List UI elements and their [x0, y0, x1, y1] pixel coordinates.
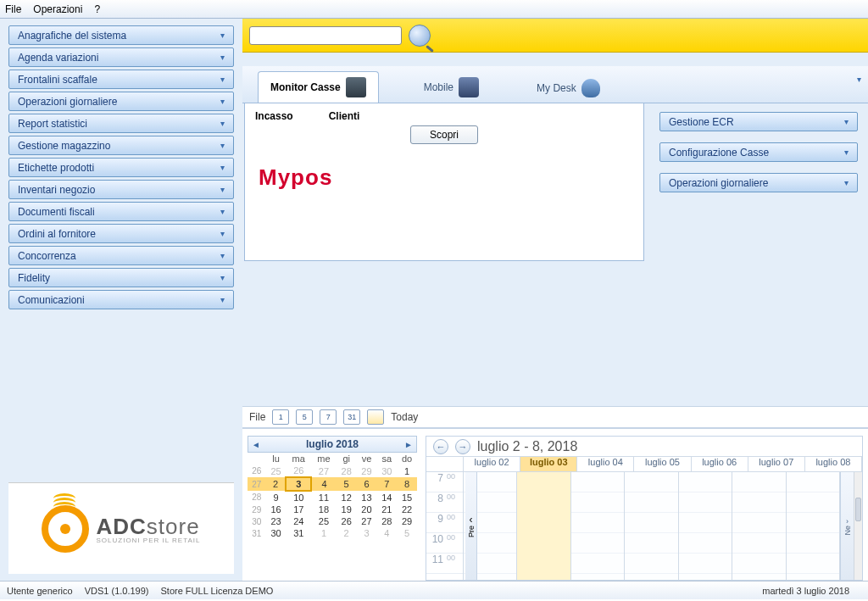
calendar-day[interactable]: 13	[357, 491, 377, 504]
week-day-column[interactable]	[732, 472, 786, 580]
calendar-day[interactable]: 10	[286, 491, 311, 504]
tab-monitor-casse[interactable]: Monitor Casse	[258, 71, 379, 103]
cal-prev-month-icon[interactable]: ◄	[252, 440, 260, 449]
calendar-day[interactable]: 29	[397, 515, 417, 527]
calendar-day[interactable]: 6	[357, 477, 377, 491]
scopri-button[interactable]: Scopri	[410, 125, 478, 144]
calendar-day[interactable]: 31	[286, 527, 311, 539]
calendar-day[interactable]: 15	[397, 491, 417, 504]
week-day-column[interactable]	[517, 472, 570, 580]
cal-next-month-icon[interactable]: ►	[404, 440, 413, 449]
calendar-day[interactable]: 1	[311, 527, 337, 539]
calendar-day[interactable]: 16	[266, 504, 287, 515]
sidebar-item-inventari[interactable]: Inventari negozio▾	[8, 180, 234, 199]
sidebar-item-ordini[interactable]: Ordini al fornitore▾	[8, 224, 234, 243]
today-label[interactable]: Today	[391, 411, 418, 423]
tab-mobile[interactable]: Mobile	[411, 71, 492, 103]
view-workweek-icon[interactable]: 5	[296, 409, 313, 425]
sidebar-item-label: Gestione magazzino	[18, 140, 110, 152]
tab-mydesk[interactable]: My Desk	[524, 73, 613, 103]
calendar-day[interactable]: 1	[397, 465, 417, 477]
sidebar-item-etichette[interactable]: Etichette prodotti▾	[8, 158, 234, 177]
calendar-day[interactable]: 2	[337, 527, 357, 539]
calendar-day[interactable]: 28	[376, 515, 397, 527]
week-prev-icon[interactable]: ←	[433, 439, 448, 454]
week-view[interactable]: ← → luglio 2 - 8, 2018 luglio 02luglio 0…	[426, 436, 863, 581]
week-day-header[interactable]: luglio 07	[748, 457, 805, 471]
week-next-icon[interactable]: →	[455, 439, 470, 454]
calendar-day[interactable]: 11	[311, 491, 337, 504]
calendar-day[interactable]: 19	[337, 504, 357, 515]
sidebar-item-concorrenza[interactable]: Concorrenza▾	[8, 246, 234, 265]
calendar-day[interactable]: 4	[376, 527, 397, 539]
week-day-column[interactable]	[625, 472, 678, 580]
menu-help[interactable]: ?	[94, 3, 100, 15]
calendar-day[interactable]: 26	[286, 465, 311, 477]
calendar-day[interactable]: 30	[266, 527, 287, 539]
calendar-day[interactable]: 3	[357, 527, 377, 539]
week-day-header[interactable]: luglio 06	[692, 457, 748, 471]
calendar-day[interactable]: 5	[397, 527, 417, 539]
view-day-icon[interactable]: 1	[272, 409, 289, 425]
calendar-day[interactable]: 27	[357, 515, 377, 527]
calendar-day[interactable]: 18	[311, 504, 337, 515]
tab-overflow-chevron-icon[interactable]: ▾	[857, 75, 861, 84]
sidebar-item-agenda[interactable]: Agenda variazioni▾	[8, 47, 234, 67]
calendar-day[interactable]: 27	[311, 465, 337, 477]
sidebar-item-magazzino[interactable]: Gestione magazzino▾	[8, 136, 234, 155]
menu-operazioni[interactable]: Operazioni	[33, 3, 82, 15]
week-day-header[interactable]: luglio 03	[520, 457, 577, 471]
panel-config-casse[interactable]: Configurazione Casse▾	[659, 142, 858, 162]
calendar-day[interactable]: 3	[286, 477, 311, 491]
search-input[interactable]	[249, 26, 402, 45]
calendar-day[interactable]: 7	[376, 477, 397, 491]
calendar-day[interactable]: 28	[337, 465, 357, 477]
view-week-icon[interactable]: 7	[320, 409, 337, 425]
week-next-tab[interactable]: › Ne	[840, 472, 854, 580]
week-day-column[interactable]	[787, 472, 840, 580]
week-day-column[interactable]	[571, 472, 625, 580]
menu-bar: File Operazioni ?	[0, 0, 868, 19]
calendar-day[interactable]: 24	[286, 515, 311, 527]
calendar-day[interactable]: 25	[311, 515, 337, 527]
week-day-header[interactable]: luglio 05	[634, 457, 691, 471]
sidebar-item-frontalini[interactable]: Frontalini scaffale▾	[8, 70, 234, 89]
week-day-header[interactable]: luglio 02	[464, 457, 520, 471]
calendar-day[interactable]: 22	[397, 504, 417, 515]
sidebar-item-fiscali[interactable]: Documenti fiscali▾	[8, 202, 234, 221]
sidebar-item-report[interactable]: Report statistici▾	[8, 114, 234, 133]
calendar-day[interactable]: 21	[376, 504, 397, 515]
calendar-day[interactable]: 23	[266, 515, 287, 527]
week-day-column[interactable]	[679, 472, 732, 580]
mini-calendar[interactable]: ◄ luglio 2018 ► lumamegivesado2625262728…	[248, 436, 417, 581]
week-day-header[interactable]: luglio 08	[805, 457, 862, 471]
calendar-day[interactable]: 30	[376, 465, 397, 477]
calendar-day[interactable]: 4	[311, 477, 337, 491]
calendar-day[interactable]: 12	[337, 491, 357, 504]
sidebar-item-anagrafiche[interactable]: Anagrafiche del sistema▾	[8, 25, 234, 45]
scrollbar[interactable]	[854, 472, 862, 580]
calendar-day[interactable]: 25	[266, 465, 287, 477]
menu-file[interactable]: File	[5, 3, 21, 15]
sidebar-item-fidelity[interactable]: Fidelity▾	[8, 268, 234, 287]
calendar-day[interactable]: 26	[337, 515, 357, 527]
sidebar-item-comunicazioni[interactable]: Comunicazioni▾	[8, 290, 234, 309]
week-prev-tab[interactable]: ‹ Pre	[465, 472, 477, 580]
view-month-icon[interactable]: 31	[343, 409, 360, 425]
cal-file-menu[interactable]: File	[249, 411, 265, 423]
search-icon[interactable]	[409, 25, 431, 47]
calendar-day[interactable]: 8	[397, 477, 417, 491]
calendar-day[interactable]: 5	[337, 477, 357, 491]
calendar-day[interactable]: 20	[357, 504, 377, 515]
sidebar-item-op-giornaliere[interactable]: Operazioni giornaliere▾	[8, 92, 234, 111]
calendar-day[interactable]: 29	[357, 465, 377, 477]
week-day-header[interactable]: luglio 04	[577, 457, 634, 471]
calendar-day[interactable]: 17	[286, 504, 311, 515]
panel-gestione-ecr[interactable]: Gestione ECR▾	[659, 112, 858, 131]
panel-op-giornaliere[interactable]: Operazioni giornaliere▾	[659, 173, 858, 192]
calendar-day[interactable]: 14	[376, 491, 397, 504]
view-today-icon[interactable]	[367, 409, 384, 425]
calendar-day[interactable]: 9	[266, 491, 287, 504]
calendar-day[interactable]: 2	[266, 477, 287, 491]
next-label: Ne	[843, 526, 852, 536]
